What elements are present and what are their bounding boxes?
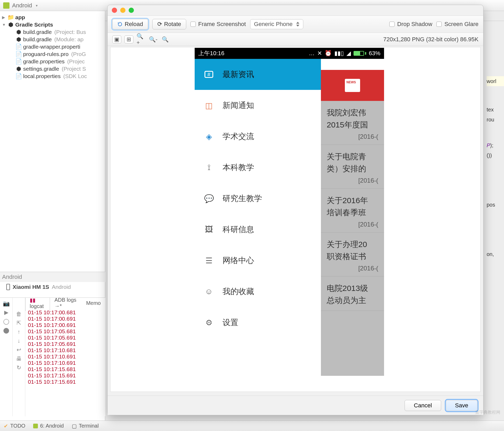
restart-icon[interactable]: ↻ [17, 365, 21, 371]
drop-shadow-checkbox[interactable]: Drop Shadow [389, 21, 432, 28]
device-frame-select[interactable]: Generic Phone [250, 19, 304, 29]
traffic-min-icon[interactable] [120, 8, 125, 13]
svg-text:#: # [207, 71, 210, 77]
vibrate-icon: ✕ [317, 50, 322, 57]
log-line: 01-15 10:17:00.691 [28, 316, 103, 322]
print-icon[interactable]: 🖶 [16, 356, 22, 362]
traffic-close-icon[interactable] [112, 8, 117, 13]
article-item[interactable]: 我院刘宏伟2015年度国[2016-( [321, 101, 384, 145]
record-icon[interactable]: ◯ [3, 318, 9, 325]
bottom-toolbar: ✔TODO 6: Android ▢Terminal [0, 420, 504, 431]
log-line: 01-15 10:17:10.681 [28, 347, 103, 353]
save-button[interactable]: Save [446, 400, 477, 411]
dropdown-caret-icon[interactable]: ▾ [36, 3, 38, 8]
phone-icon [6, 284, 10, 290]
tree-item[interactable]: 📄gradle-wrapper.properti [1, 43, 104, 50]
tree-item[interactable]: ⬢build.gradle(Project: Bus [1, 28, 104, 36]
zoom-fit-button[interactable]: ▣ [112, 35, 121, 43]
image-icon: 🖼 [203, 223, 215, 236]
drawer-academic[interactable]: ◈学术交流 [195, 121, 321, 152]
log-line: 01-15 10:17:15.681 [28, 366, 103, 372]
wrap-icon[interactable]: ↩ [17, 347, 21, 353]
log-line: 01-15 10:17:00.691 [28, 322, 103, 328]
frame-screenshot-checkbox[interactable]: Frame Screenshot [190, 21, 246, 28]
screenshot-canvas[interactable]: 上午10:16 … ✕ ⏰ ▮▮▯ ◢ 63% # [110, 47, 481, 392]
log-line: 01-15 10:17:05.691 [28, 341, 103, 347]
traffic-max-icon[interactable] [129, 8, 134, 13]
page-icon: ◫ [203, 99, 215, 112]
chat-icon: 💬 [203, 192, 215, 205]
watermark: 查字典教程网 [475, 410, 500, 415]
up-icon[interactable]: ↑ [17, 329, 20, 335]
tree-gradle-scripts[interactable]: ▼⬢Gradle Scripts [1, 21, 104, 28]
article-item[interactable]: 电院2013级总动员为主 [321, 276, 384, 311]
tree-item[interactable]: 📄gradle.properties(Projec [1, 58, 104, 65]
tree-item[interactable]: ⬢settings.gradle(Project S [1, 65, 104, 73]
log-line: 01-15 10:17:05.681 [28, 328, 103, 335]
stop-icon[interactable]: ⬤ [3, 327, 9, 333]
screen-glare-checkbox[interactable]: Screen Glare [436, 21, 478, 28]
zoom-out-button[interactable]: 🔍- [149, 35, 158, 43]
zoom-actual-button[interactable]: ⊞ [124, 35, 133, 43]
drawer-news-notice[interactable]: ◫新闻通知 [195, 90, 321, 121]
signal-icon: … [309, 50, 315, 57]
tab-logcat[interactable]: ▮▮ logcat [25, 298, 50, 311]
server-icon: ☰ [203, 254, 215, 267]
log-output[interactable]: 01-15 10:17:00.681 01-15 10:17:00.691 01… [25, 308, 105, 386]
rotate-button[interactable]: ⟳ Rotate [152, 19, 186, 29]
tree-item[interactable]: 📄local.properties(SDK Loc [1, 73, 104, 80]
hero-banner[interactable] [321, 70, 384, 101]
camera-icon[interactable]: 📷 [3, 300, 10, 307]
zoom-reset-button[interactable]: 🔍 [161, 35, 170, 43]
android-logo-icon [3, 2, 9, 9]
article-item[interactable]: 关于电院青类）安排的[2016-( [321, 145, 384, 189]
drawer-graduate[interactable]: 💬研究生教学 [195, 183, 321, 214]
reload-button[interactable]: Reload [112, 19, 148, 29]
cancel-button[interactable]: Cancel [405, 400, 441, 411]
rotate-icon: ⟳ [157, 21, 162, 28]
play-icon[interactable]: ▶ [4, 309, 8, 316]
person-icon: ☺ [203, 285, 215, 298]
log-tabs: ▮▮ logcat ADB logs →* Memo [25, 298, 105, 308]
tab-memory[interactable]: Memo [82, 298, 105, 308]
alarm-icon: ⏰ [325, 50, 332, 57]
tab-adb-logs[interactable]: ADB logs →* [50, 298, 82, 311]
status-bar: 上午10:16 … ✕ ⏰ ▮▮▯ ◢ 63% [195, 48, 384, 59]
drawer-undergrad[interactable]: ⟟本科教学 [195, 152, 321, 183]
android-toolwindow-button[interactable]: 6: Android [33, 423, 64, 429]
drawer-research[interactable]: 🖼科研信息 [195, 214, 321, 245]
pin-icon: ⟟ [203, 161, 215, 174]
device-selector[interactable]: Xiaomi HM 1S Android [6, 284, 71, 290]
drawer-settings[interactable]: ⚙设置 [195, 307, 321, 338]
tree-app[interactable]: ▶📁app [1, 14, 104, 21]
app-content: 我院刘宏伟2015年度国[2016-( 关于电院青类）安排的[2016-( 关于… [321, 70, 384, 376]
log-line: 01-15 10:17:15.691 [28, 372, 103, 379]
tree-item[interactable]: 📄proguard-rules.pro(ProG [1, 50, 104, 58]
trash-icon[interactable]: 🗑 [16, 311, 22, 317]
todo-button[interactable]: ✔TODO [4, 423, 25, 429]
drawer-network[interactable]: ☰网络中心 [195, 245, 321, 276]
log-line: 01-15 10:17:15.691 [28, 379, 103, 385]
project-selector[interactable]: Android [12, 2, 32, 9]
zoom-in-button[interactable]: 🔍+ [137, 35, 145, 43]
article-item[interactable]: 关于办理20职资格证书[2016-( [321, 233, 384, 276]
news-icon [345, 79, 360, 92]
battery-icon [354, 51, 366, 56]
log-gutter-2: 🗑 ⇱ ↑ ↓ ↩ 🖶 ↻ [13, 298, 25, 416]
article-item[interactable]: 关于2016年培训春季班[2016-( [321, 189, 384, 233]
drawer-favorites[interactable]: ☺我的收藏 [195, 276, 321, 307]
reload-icon [117, 22, 123, 27]
android-pane-label[interactable]: Android [0, 272, 105, 282]
clock-label: 上午10:16 [198, 49, 224, 57]
cell-icon: ◢ [346, 50, 351, 57]
gear-icon: ⚙ [203, 316, 215, 329]
export-icon[interactable]: ⇱ [17, 320, 21, 326]
drawer-latest-news[interactable]: # 最新资讯 [195, 59, 321, 90]
dialog-titlebar[interactable] [108, 5, 483, 16]
code-fragment: worl tex rou P); ()) pos on, [487, 76, 504, 259]
tree-item[interactable]: ⬢build.gradle(Module: ap [1, 36, 104, 43]
down-icon[interactable]: ↓ [17, 338, 20, 344]
dialog-toolbar: Reload ⟳ Rotate Frame Screenshot Generic… [108, 16, 483, 33]
battery-pct: 63% [369, 50, 380, 57]
terminal-button[interactable]: ▢Terminal [72, 423, 99, 429]
